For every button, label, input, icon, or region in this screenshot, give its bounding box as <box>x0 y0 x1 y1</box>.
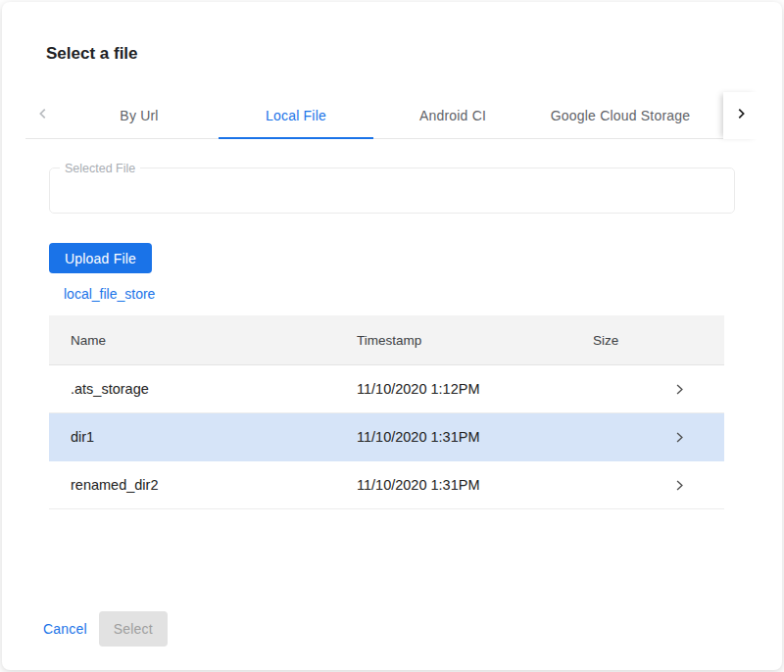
table-row-renamed-dir2[interactable]: renamed_dir2 11/10/2020 1:31PM <box>49 461 724 509</box>
dialog-footer: Cancel Select <box>31 611 168 647</box>
header-timestamp: Timestamp <box>357 333 593 348</box>
tab-content: Selected File Upload File local_file_sto… <box>2 168 782 509</box>
cell-name: dir1 <box>49 429 357 445</box>
chevron-right-icon[interactable] <box>673 383 686 396</box>
dialog-title: Select a file <box>46 43 738 64</box>
header-name: Name <box>49 333 357 348</box>
file-table: Name Timestamp Size .ats_storage 11/10/2… <box>49 315 724 509</box>
cell-timestamp: 11/10/2020 1:12PM <box>357 381 593 397</box>
header-size: Size <box>593 333 661 348</box>
select-button[interactable]: Select <box>99 611 168 647</box>
tab-label: Google Cloud Storage <box>551 108 691 123</box>
tab-bar: By Url Local File Android CI Google Clou… <box>25 92 759 139</box>
selected-file-field: Selected File <box>49 168 735 214</box>
select-file-dialog: Select a file By Url Local File Android … <box>2 2 782 670</box>
chevron-right-icon[interactable] <box>673 479 686 492</box>
tab-label: Android CI <box>419 108 486 123</box>
tab-local-file[interactable]: Local File <box>218 92 374 139</box>
tab-google-cloud-storage[interactable]: Google Cloud Storage <box>531 92 710 139</box>
cell-name: .ats_storage <box>49 381 357 397</box>
table-row-ats-storage[interactable]: .ats_storage 11/10/2020 1:12PM <box>49 365 724 413</box>
cell-timestamp: 11/10/2020 1:31PM <box>357 477 593 493</box>
tab-label: Local File <box>266 108 326 123</box>
local-file-store-link[interactable]: local_file_store <box>64 286 155 302</box>
upload-file-button[interactable]: Upload File <box>49 243 152 273</box>
cancel-button[interactable]: Cancel <box>31 611 99 647</box>
selected-file-input[interactable] <box>62 174 722 207</box>
tab-android-ci[interactable]: Android CI <box>374 92 531 139</box>
chevron-left-icon <box>36 107 50 124</box>
table-row-dir1[interactable]: dir1 11/10/2020 1:31PM <box>49 413 724 461</box>
tabs-prev-button[interactable] <box>25 92 61 139</box>
cell-name: renamed_dir2 <box>49 477 357 493</box>
tabs-next-button[interactable] <box>723 92 759 139</box>
selected-file-label: Selected File <box>60 162 140 175</box>
cell-timestamp: 11/10/2020 1:31PM <box>357 429 593 445</box>
table-header-row: Name Timestamp Size <box>49 315 724 365</box>
tab-label: By Url <box>120 108 158 123</box>
tab-by-url[interactable]: By Url <box>61 92 218 139</box>
chevron-right-icon <box>734 107 748 124</box>
chevron-right-icon[interactable] <box>673 431 686 444</box>
